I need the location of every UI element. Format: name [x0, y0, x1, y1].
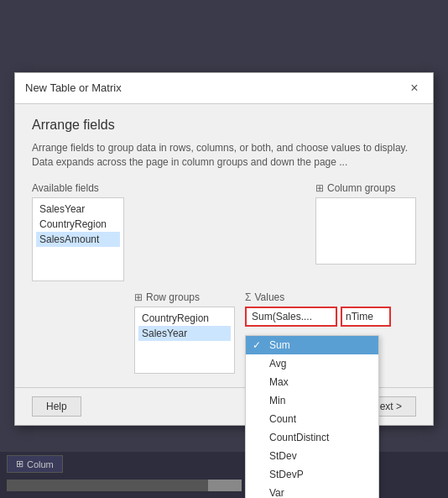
grid-icon-row: ⊞	[134, 291, 143, 303]
dropdown-item-max[interactable]: Max	[246, 373, 378, 391]
dropdown-item-stdevp[interactable]: StDevP	[246, 465, 378, 484]
dropdown-item-sum[interactable]: Sum	[246, 336, 378, 354]
close-button[interactable]: ×	[406, 80, 423, 97]
column-groups-list[interactable]	[315, 197, 416, 265]
dropdown-item-countdistinct[interactable]: CountDistinct	[246, 428, 378, 447]
taskbar-item-label: Colum	[27, 459, 54, 469]
taskbar: ⊞ Colum	[0, 452, 448, 498]
row-item-countryregion[interactable]: CountryRegion	[138, 311, 231, 326]
dialog-title: New Table or Matrix	[25, 81, 122, 94]
available-fields-panel: Available fields SalesYear CountryRegion…	[32, 182, 124, 281]
scroll-thumb[interactable]	[208, 480, 242, 491]
dropdown-item-min[interactable]: Min	[246, 391, 378, 410]
field-item-countryregion[interactable]: CountryRegion	[36, 217, 120, 232]
available-fields-label: Available fields	[32, 182, 124, 194]
row-groups-panel: ⊞ Row groups CountryRegion SalesYear	[134, 291, 235, 374]
grid-icon-taskbar: ⊞	[16, 459, 23, 469]
dropdown-item-stdev[interactable]: StDev	[246, 447, 378, 465]
column-groups-panel: ⊞ Column groups	[315, 182, 416, 281]
row-groups-list[interactable]: CountryRegion SalesYear	[134, 307, 235, 374]
values-input[interactable]: Sum(Sales....	[245, 307, 337, 327]
dropdown-item-avg[interactable]: Avg	[246, 354, 378, 373]
grid-icon-column: ⊞	[315, 182, 324, 194]
description: Arrange fields to group data in rows, co…	[32, 141, 416, 170]
row-item-salesyear[interactable]: SalesYear	[138, 326, 231, 341]
row-groups-label: ⊞ Row groups	[134, 291, 235, 303]
values-header: Σ Values	[245, 291, 391, 303]
values-section: Σ Values Sum(Sales.... nTime Sum Avg Max…	[245, 291, 391, 374]
sigma-icon: Σ	[245, 291, 251, 303]
dropdown-item-count[interactable]: Count	[246, 410, 378, 428]
fields-area-top: Available fields SalesYear CountryRegion…	[32, 182, 416, 281]
taskbar-scrollbar[interactable]	[7, 480, 242, 491]
ntime-box: nTime	[341, 307, 391, 327]
dropdown-menu: Sum Avg Max Min Count CountDistinct StDe…	[245, 335, 379, 498]
dialog: New Table or Matrix × Arrange fields Arr…	[14, 72, 434, 427]
title-bar: New Table or Matrix ×	[15, 73, 433, 104]
section-title: Arrange fields	[32, 118, 416, 133]
help-button[interactable]: Help	[32, 396, 81, 417]
available-fields-list[interactable]: SalesYear CountryRegion SalesAmount	[32, 197, 124, 281]
field-item-salesamount[interactable]: SalesAmount	[36, 232, 120, 247]
dropdown-item-var[interactable]: Var	[246, 484, 378, 498]
values-row: Sum(Sales.... nTime	[245, 307, 391, 327]
fields-area-bottom: ⊞ Row groups CountryRegion SalesYear Σ V…	[32, 291, 416, 374]
taskbar-item-colum[interactable]: ⊞ Colum	[7, 455, 63, 473]
field-item-salesyear[interactable]: SalesYear	[36, 202, 120, 217]
column-groups-label: ⊞ Column groups	[315, 182, 416, 194]
dialog-body: Arrange fields Arrange fields to group d…	[15, 104, 433, 388]
